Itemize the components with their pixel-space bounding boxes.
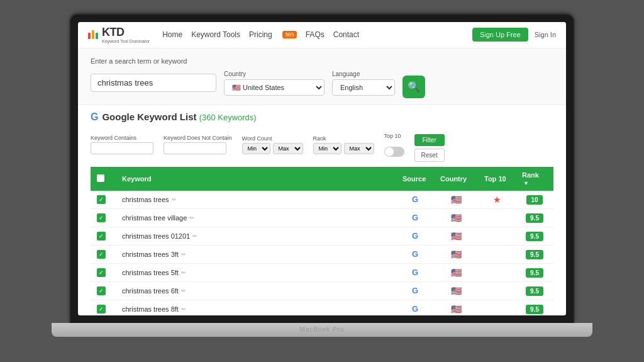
row-country-cell: 🇺🇸	[434, 300, 478, 315]
signup-button[interactable]: Sign Up Free	[472, 28, 528, 42]
nav-actions: Sign Up Free Sign In	[472, 28, 556, 42]
col-header-checkbox[interactable]	[91, 167, 116, 191]
country-flag: 🇺🇸	[451, 304, 462, 314]
row-checkbox-cell[interactable]: ✓	[91, 300, 116, 315]
rank-minmax: Min Max	[313, 143, 374, 154]
keyword-cell: christmas trees 8ft ✏	[122, 305, 390, 313]
row-country-cell: 🇺🇸	[434, 263, 478, 281]
row-country-cell: 🇺🇸	[434, 245, 478, 263]
row-checkbox-cell[interactable]: ✓	[91, 245, 116, 263]
source-icon: G	[412, 195, 418, 204]
row-keyword-cell: christmas trees 5ft ✏	[116, 263, 396, 281]
country-select[interactable]: 🇺🇸 United States	[224, 79, 325, 96]
table-row: ✓ christmas trees 01201 ✏ G 🇺🇸 9.5	[91, 227, 553, 245]
toggle-knob	[385, 147, 394, 156]
nav-links: Home Keyword Tools Pricing 365 FAQs Cont…	[162, 30, 472, 39]
table-row: ✓ christmas trees 6ft ✏ G 🇺🇸 9.5	[91, 281, 553, 300]
checkbox-green: ✓	[97, 232, 106, 240]
row-top10-cell	[478, 281, 516, 300]
rank-badge: 9.5	[526, 286, 543, 296]
rank-badge: 10	[526, 195, 542, 205]
nav-home[interactable]: Home	[162, 30, 182, 39]
rank-sort-arrow: ▼	[523, 180, 529, 186]
row-country-cell: 🇺🇸	[434, 191, 478, 209]
reset-button[interactable]: Reset	[414, 149, 445, 162]
country-flag: 🇺🇸	[451, 231, 462, 241]
row-source-cell: G	[396, 245, 434, 263]
nav-keyword-tools[interactable]: Keyword Tools	[191, 30, 240, 39]
col-header-country[interactable]: Country	[434, 167, 478, 191]
nav-contact[interactable]: Contact	[333, 30, 359, 39]
language-section: Language English	[332, 71, 395, 96]
keyword-cell: christmas trees 6ft ✏	[122, 287, 390, 295]
source-icon: G	[412, 231, 418, 240]
top10-filter: Top 10	[384, 133, 404, 157]
keyword-table: Keyword Source Country Top 10 Rank ▼	[91, 167, 553, 315]
keyword-text: christmas trees 01201	[122, 232, 190, 240]
logo: KTD Keyword Tool Dominator	[88, 26, 150, 44]
language-label: Language	[332, 71, 395, 77]
keyword-text: christmas tree village	[122, 214, 187, 222]
section-title: G Google Keyword List (360 Keywords)	[91, 111, 553, 123]
row-keyword-cell: christmas trees 8ft ✏	[116, 300, 396, 315]
col-header-keyword[interactable]: Keyword	[116, 167, 396, 191]
row-checkbox-cell[interactable]: ✓	[91, 281, 116, 300]
word-count-label: Word Count	[242, 135, 303, 142]
edit-icon[interactable]: ✏	[181, 251, 186, 257]
rank-badge: 9.5	[526, 250, 543, 259]
edit-icon[interactable]: ✏	[172, 196, 177, 203]
signin-button[interactable]: Sign In	[535, 31, 556, 38]
search-button[interactable]: 🔍	[402, 76, 425, 98]
logo-text: KTD Keyword Tool Dominator	[102, 26, 150, 44]
row-keyword-cell: christmas trees 6ft ✏	[116, 281, 396, 300]
table-row: ✓ christmas trees 5ft ✏ G 🇺🇸 9.5	[91, 263, 553, 281]
top10-toggle[interactable]	[384, 147, 404, 157]
edit-icon[interactable]: ✏	[181, 288, 186, 294]
country-flag: 🇺🇸	[451, 268, 462, 278]
row-checkbox-cell[interactable]: ✓	[91, 227, 116, 245]
keyword-not-contain-label: Keyword Does Not Contain	[164, 135, 232, 141]
col-header-top10[interactable]: Top 10	[478, 167, 516, 191]
edit-icon[interactable]: ✏	[181, 269, 186, 276]
rank-max[interactable]: Max	[344, 143, 374, 154]
edit-icon[interactable]: ✏	[189, 215, 194, 221]
row-checkbox-cell[interactable]: ✓	[91, 191, 116, 209]
source-icon: G	[412, 249, 418, 259]
nav-365-badge: 365	[282, 31, 297, 38]
logo-bar-orange	[92, 30, 94, 39]
word-count-max[interactable]: Max	[273, 143, 303, 154]
row-source-cell: G	[396, 227, 434, 245]
col-header-rank[interactable]: Rank ▼	[516, 167, 553, 191]
language-select[interactable]: English	[332, 79, 395, 96]
row-rank-cell: 9.5	[516, 245, 553, 263]
logo-ktd: KTD	[102, 26, 125, 38]
row-rank-cell: 9.5	[516, 263, 553, 281]
edit-icon[interactable]: ✏	[192, 233, 197, 239]
keyword-cell: christmas tree village ✏	[122, 214, 390, 222]
col-header-source[interactable]: Source	[396, 167, 434, 191]
row-top10-cell	[478, 300, 516, 315]
word-count-min[interactable]: Min	[242, 143, 270, 154]
nav-faqs[interactable]: FAQs	[306, 30, 325, 39]
word-count-minmax: Min Max	[242, 143, 303, 154]
rank-min[interactable]: Min	[313, 143, 341, 154]
row-country-cell: 🇺🇸	[434, 227, 478, 245]
keyword-not-contain-input[interactable]	[164, 142, 226, 154]
country-section: Country 🇺🇸 United States	[224, 71, 325, 96]
navigation: KTD Keyword Tool Dominator Home Keyword …	[78, 22, 566, 48]
row-checkbox-cell[interactable]: ✓	[91, 263, 116, 281]
nav-pricing[interactable]: Pricing	[249, 30, 272, 39]
keyword-contains-input[interactable]	[91, 142, 153, 154]
row-checkbox-cell[interactable]: ✓	[91, 208, 116, 227]
logo-subtitle: Keyword Tool Dominator	[102, 39, 150, 44]
edit-icon[interactable]: ✏	[181, 306, 186, 312]
row-source-cell: G	[396, 281, 434, 300]
table-row: ✓ christmas trees ✏ G 🇺🇸 ★ 10	[91, 191, 553, 209]
keyword-cell: christmas trees ✏	[122, 196, 390, 203]
search-input[interactable]	[91, 74, 216, 92]
keyword-contains-filter: Keyword Contains	[91, 135, 153, 154]
keyword-cell: christmas trees 3ft ✏	[122, 251, 390, 258]
keyword-cell: christmas trees 01201 ✏	[122, 232, 390, 240]
rank-filter: Rank Min Max	[313, 135, 374, 154]
filter-button[interactable]: Filter	[414, 134, 445, 146]
